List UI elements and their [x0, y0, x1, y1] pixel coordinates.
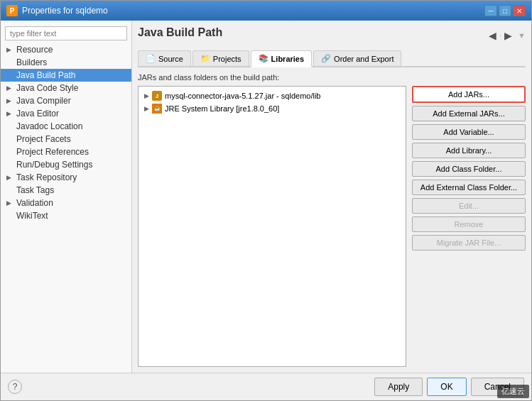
libraries-tab-icon: 📚	[259, 54, 268, 63]
order-export-tab-icon: 🔗	[321, 54, 331, 63]
sidebar-item-project-references[interactable]: Project References	[1, 145, 131, 158]
minimize-button[interactable]: ─	[484, 5, 497, 16]
title-buttons: ─ □ ✕	[484, 5, 526, 16]
bottom-bar: ? Apply OK Cancel	[1, 373, 531, 400]
sidebar-item-java-code-style[interactable]: ▶ Java Code Style	[1, 82, 131, 94]
file-item-label: mysql-connector-java-5.1.27.jar - sqldem…	[165, 92, 320, 100]
spacer	[6, 212, 13, 219]
panel-content: ▶ J mysql-connector-java-5.1.27.jar - sq…	[138, 86, 526, 367]
jre-icon: ☕	[152, 104, 162, 114]
migrate-jar-button[interactable]: Migrate JAR File...	[412, 235, 526, 251]
title-bar-left: P Properties for sqldemo	[6, 5, 108, 16]
sidebar-item-label: Validation	[16, 198, 53, 208]
panel-body: JARs and class folders on the build path…	[138, 73, 526, 367]
arrow-icon: ▶	[6, 97, 13, 104]
back-arrow-icon[interactable]: ◀	[489, 30, 496, 41]
sidebar-item-label: Task Repository	[16, 172, 77, 182]
expand-arrow-icon: ▶	[144, 105, 149, 112]
sidebar: ▶ Resource Builders Java Build Path ▶ Ja…	[1, 21, 132, 373]
forward-arrow-icon[interactable]: ▶	[504, 30, 512, 41]
sidebar-item-resource[interactable]: ▶ Resource	[1, 43, 131, 56]
sidebar-item-java-editor[interactable]: ▶ Java Editor	[1, 107, 131, 120]
tab-label: Projects	[213, 55, 241, 63]
add-external-jars-button[interactable]: Add External JARs...	[412, 106, 526, 121]
tab-source[interactable]: 📄 Source	[138, 50, 191, 66]
sidebar-item-label: Builders	[16, 57, 47, 67]
action-buttons-panel: Add JARs... Add External JARs... Add Var…	[412, 86, 526, 367]
sidebar-item-label: Project References	[16, 147, 89, 157]
jar-icon: J	[152, 91, 162, 101]
sidebar-item-label: Javadoc Location	[16, 121, 82, 131]
sidebar-item-label: WikiText	[16, 211, 48, 221]
sidebar-item-task-repository[interactable]: ▶ Task Repository	[1, 171, 131, 184]
main-window: P Properties for sqldemo ─ □ ✕ ▶ Resourc…	[0, 0, 532, 401]
tab-projects[interactable]: 📁 Projects	[192, 50, 249, 66]
dropdown-arrow-icon[interactable]: ▼	[518, 31, 526, 40]
tab-label: Order and Export	[334, 55, 393, 63]
sidebar-item-wikitext[interactable]: WikiText	[1, 209, 131, 222]
close-button[interactable]: ✕	[513, 5, 526, 16]
source-tab-icon: 📄	[146, 54, 156, 63]
add-variable-button[interactable]: Add Variable...	[412, 124, 526, 140]
spacer	[6, 72, 13, 79]
sidebar-item-label: Java Editor	[16, 109, 59, 119]
sidebar-item-label: Java Build Path	[16, 70, 75, 80]
search-input[interactable]	[5, 26, 127, 40]
separator: ·	[499, 31, 501, 40]
title-bar: P Properties for sqldemo ─ □ ✕	[1, 1, 531, 21]
tab-libraries[interactable]: 📚 Libraries	[251, 50, 312, 67]
spacer	[6, 161, 13, 168]
arrow-icon: ▶	[6, 174, 13, 181]
sidebar-item-label: Resource	[16, 45, 53, 55]
arrow-icon: ▶	[6, 110, 13, 117]
expand-arrow-icon: ▶	[144, 92, 149, 99]
sidebar-item-builders[interactable]: Builders	[1, 56, 131, 69]
tab-label: Source	[158, 55, 183, 63]
sidebar-item-validation[interactable]: ▶ Validation	[1, 197, 131, 209]
add-library-button[interactable]: Add Library...	[412, 143, 526, 158]
ok-button[interactable]: OK	[427, 378, 466, 396]
page-title: Java Build Path	[138, 26, 222, 39]
spacer	[6, 123, 13, 130]
sidebar-item-label: Java Compiler	[16, 96, 71, 106]
bottom-left: ?	[8, 380, 22, 394]
sidebar-item-label: Run/Debug Settings	[16, 160, 92, 170]
sidebar-item-label: Task Tags	[16, 185, 54, 195]
arrow-icon: ▶	[6, 84, 13, 92]
spacer	[6, 148, 13, 155]
sidebar-item-run-debug-settings[interactable]: Run/Debug Settings	[1, 158, 131, 171]
nav-arrows: ◀ · ▶ ▼	[489, 30, 526, 41]
main-panel: Java Build Path ◀ · ▶ ▼ 📄 Source 📁 Proje…	[132, 21, 531, 373]
tab-bar: 📄 Source 📁 Projects 📚 Libraries 🔗 Order …	[138, 50, 526, 67]
window-icon: P	[6, 5, 18, 16]
tab-order-export[interactable]: 🔗 Order and Export	[313, 50, 401, 66]
sidebar-item-label: Project Facets	[16, 134, 71, 144]
file-item-mysql-jar[interactable]: ▶ J mysql-connector-java-5.1.27.jar - sq…	[141, 89, 403, 102]
watermark: 亿速云	[497, 385, 529, 398]
help-button[interactable]: ?	[8, 380, 22, 394]
sidebar-item-java-build-path[interactable]: Java Build Path	[1, 69, 131, 82]
window-title: Properties for sqldemo	[22, 6, 108, 16]
arrow-icon: ▶	[6, 199, 13, 207]
sidebar-item-label: Java Code Style	[16, 83, 78, 93]
add-class-folder-button[interactable]: Add Class Folder...	[412, 161, 526, 177]
panel-description: JARs and class folders on the build path…	[138, 73, 526, 82]
maximize-button[interactable]: □	[499, 5, 511, 16]
edit-button[interactable]: Edit...	[412, 198, 526, 214]
sidebar-item-javadoc-location[interactable]: Javadoc Location	[1, 120, 131, 133]
sidebar-item-task-tags[interactable]: Task Tags	[1, 184, 131, 197]
sidebar-item-java-compiler[interactable]: ▶ Java Compiler	[1, 94, 131, 107]
remove-button[interactable]: Remove	[412, 216, 526, 232]
tab-label: Libraries	[271, 55, 304, 63]
projects-tab-icon: 📁	[200, 54, 210, 63]
apply-button[interactable]: Apply	[374, 378, 423, 396]
file-tree[interactable]: ▶ J mysql-connector-java-5.1.27.jar - sq…	[138, 86, 406, 367]
add-external-class-folder-button[interactable]: Add External Class Folder...	[412, 180, 526, 195]
content-area: ▶ Resource Builders Java Build Path ▶ Ja…	[1, 21, 531, 373]
spacer	[6, 59, 13, 66]
spacer	[6, 136, 13, 143]
arrow-icon: ▶	[6, 46, 13, 53]
file-item-jre-library[interactable]: ▶ ☕ JRE System Library [jre1.8.0_60]	[141, 102, 403, 115]
sidebar-item-project-facets[interactable]: Project Facets	[1, 133, 131, 145]
add-jars-button[interactable]: Add JARs...	[412, 86, 526, 103]
